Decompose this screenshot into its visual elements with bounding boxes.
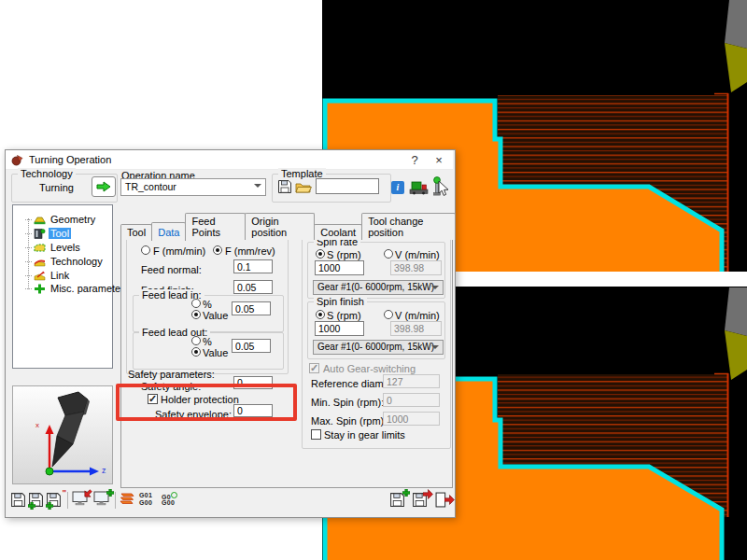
gcode1-top: G01 — [139, 492, 152, 499]
sidebar-item-tool[interactable]: Tool — [25, 227, 115, 240]
reference-diameter-input — [383, 374, 440, 388]
max-spin-input — [383, 412, 440, 426]
stay-in-gear-limits-checkbox[interactable] — [311, 429, 321, 440]
save-and-exit-button[interactable] — [435, 492, 454, 510]
lead-in-input[interactable] — [232, 301, 271, 315]
sidebar-item-geometry[interactable]: Geometry — [25, 213, 115, 226]
lead-in-value-radio[interactable] — [191, 310, 201, 319]
tab-origin-position[interactable]: Origin position — [245, 213, 315, 240]
spin-finish-v-input — [390, 321, 442, 336]
green-arrow-icon — [96, 181, 111, 192]
save-button[interactable] — [10, 492, 29, 510]
save-icon — [277, 179, 292, 194]
gcode-button[interactable] — [119, 492, 137, 510]
technology-value: Turning — [39, 182, 74, 193]
red-arrow-icon — [423, 489, 433, 499]
machine-preview-button[interactable] — [409, 179, 429, 197]
spin-finish-v-radio[interactable] — [384, 310, 393, 319]
lead-out-percent-label[interactable]: % — [203, 336, 212, 347]
spin-finish-gear-select[interactable]: Gear #1(0- 6000rpm, 15kW) — [313, 340, 444, 355]
gcode-stack-icon — [119, 492, 135, 507]
red-arrow-icon — [444, 495, 455, 505]
link-icon — [34, 271, 46, 281]
gcode1-bottom: G00 — [139, 499, 152, 507]
cursor-icon — [438, 181, 449, 199]
lead-out-input[interactable] — [232, 339, 271, 353]
stay-in-gear-limits-label[interactable]: Stay in gear limits — [324, 429, 405, 441]
spin-finish-v-label[interactable]: V (m/min) — [395, 310, 440, 321]
tab-tool[interactable]: Tool — [120, 224, 152, 240]
sidebar-item-technology[interactable]: Technology — [25, 255, 115, 268]
tool-preview-scene — [13, 386, 110, 482]
spin-finish-label: Spin finish — [314, 296, 367, 307]
machine-icon — [409, 179, 429, 195]
lead-out-value-radio[interactable] — [191, 347, 201, 357]
tool-preview-viewport[interactable]: x z — [12, 385, 113, 484]
simulate-button[interactable] — [72, 491, 91, 509]
toolbar-separator — [115, 492, 116, 509]
help-button[interactable]: ? — [402, 153, 427, 167]
save-and-add-button[interactable] — [389, 492, 408, 510]
turning-operation-dialog: Turning Operation ? × Technology Turning… — [5, 149, 456, 518]
spin-rate-gear-select[interactable]: Gear #1(0- 6000rpm, 15kW) — [313, 280, 444, 295]
lead-out-value-label[interactable]: Value — [203, 347, 228, 358]
operation-name-select[interactable]: TR_contour — [120, 178, 266, 196]
spin-finish-s-label[interactable]: S (rpm) — [327, 310, 361, 321]
auto-gear-switching-checkbox — [309, 363, 319, 373]
template-save-button[interactable] — [277, 179, 292, 196]
feed-lead-out-label: Feed lead out: — [139, 327, 210, 338]
spin-finish-s-radio[interactable] — [316, 310, 325, 319]
lead-in-value-label[interactable]: Value — [203, 310, 228, 321]
save-and-calculate-button[interactable] — [412, 492, 430, 510]
spin-rate-s-radio[interactable] — [316, 249, 325, 259]
lead-out-percent-radio[interactable] — [191, 336, 201, 345]
highlight-annotation-box — [116, 384, 297, 421]
lead-in-percent-radio[interactable] — [191, 299, 201, 308]
feed-finish-input[interactable] — [233, 280, 273, 294]
max-spin-label: Max. Spin (rpm): — [311, 415, 387, 427]
screen: { "window": { "title": "Turning Operatio… — [0, 0, 747, 560]
spin-rate-v-radio[interactable] — [384, 249, 393, 259]
save-template-button[interactable]: '' — [46, 492, 64, 510]
green-plus-icon — [28, 502, 35, 510]
sidebar-item-link[interactable]: Link — [25, 269, 115, 282]
close-button[interactable]: × — [427, 153, 451, 167]
feed-normal-label: Feed normal: — [141, 264, 202, 275]
feed-mm-min-label[interactable]: F (mm/min) — [153, 245, 205, 257]
template-field[interactable] — [316, 178, 379, 194]
spin-rate-s-input[interactable] — [315, 260, 364, 275]
technology-group-label: Technology — [18, 168, 76, 179]
gcode2-bottom: G00 — [162, 499, 175, 507]
spin-rate-v-label[interactable]: V (m/min) — [395, 249, 440, 260]
template-open-button[interactable] — [295, 180, 312, 196]
lead-in-percent-label[interactable]: % — [203, 299, 212, 310]
spin-finish-s-input[interactable] — [315, 321, 364, 336]
min-spin-label: Min. Spin (rpm): — [311, 397, 384, 408]
tab-data[interactable]: Data — [151, 222, 186, 241]
feed-mm-rev-label[interactable]: F (mm/rev) — [225, 245, 275, 257]
tool-icon — [34, 229, 46, 239]
technology-arrow-button[interactable] — [92, 176, 116, 197]
info-button[interactable]: i — [391, 181, 404, 194]
sidebar-item-levels[interactable]: Levels — [25, 241, 115, 254]
red-tick-marks: '' — [63, 488, 66, 497]
tab-coolant[interactable]: Coolant — [314, 224, 362, 240]
feed-mm-rev-radio[interactable] — [213, 245, 222, 255]
tab-feed-points[interactable]: Feed Points — [185, 213, 246, 240]
simulate-add-button[interactable] — [93, 491, 112, 509]
z-axis-label: z — [102, 465, 106, 476]
x-axis-label: x — [35, 420, 39, 431]
feed-normal-input[interactable] — [233, 259, 273, 273]
auto-gear-switching-label: Auto Gear-switching — [323, 363, 416, 374]
levels-icon — [34, 243, 46, 253]
app-icon — [11, 154, 23, 166]
feed-mm-min-radio[interactable] — [141, 245, 150, 255]
sidebar-item-misc-parameters[interactable]: Misc. parameters — [25, 282, 115, 295]
save-copy-button[interactable] — [28, 492, 47, 510]
operation-name-value: TR_contour — [125, 181, 176, 192]
min-spin-input — [383, 393, 440, 407]
green-plus-icon — [106, 489, 114, 497]
spin-rate-s-label[interactable]: S (rpm) — [327, 249, 361, 260]
dialog-titlebar[interactable]: Turning Operation ? × — [6, 150, 453, 170]
tab-tool-change-position[interactable]: Tool change position — [361, 213, 456, 240]
